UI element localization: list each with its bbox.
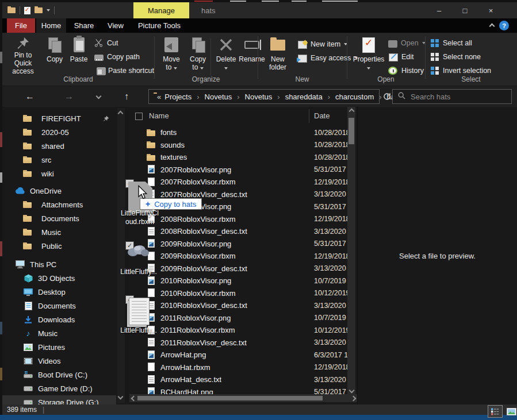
chevron-down-icon[interactable] [47,9,50,11]
file-row[interactable]: 2009RobloxVisor.png 5/31/2017 7 [129,238,349,251]
file-row[interactable]: 2011RobloxVisor_desc.txt 3/13/2020 8 [129,337,349,349]
tab-home[interactable]: Home [36,18,66,33]
select-all-checkbox[interactable] [135,113,143,120]
sidebar-item-desktop[interactable]: Desktop [2,285,116,299]
tab-picture-tools[interactable]: Picture Tools [131,18,187,33]
scroll-down-icon[interactable] [118,394,124,400]
sidebar-item-this-pc[interactable]: This PC [2,257,116,271]
folder-icon[interactable] [35,7,43,13]
sidebar-item-game-drive[interactable]: Game Drive (D:) [2,382,116,395]
new-folder-button[interactable]: New folder [262,34,293,75]
properties-shortcut-icon[interactable] [24,7,30,14]
file-row[interactable]: 2008RobloxVisor_desc.txt 3/13/2020 8 [129,225,349,238]
move-to-button[interactable]: Move to [159,34,184,75]
breadcrumb-segment[interactable]: charcustom [335,93,374,101]
large-icons-view-button[interactable] [504,405,517,418]
scroll-down-icon[interactable] [349,387,354,393]
breadcrumb[interactable]: « Projects › Novetus › Novetus › sharedd… [148,89,380,104]
edit-button[interactable]: Edit [388,51,414,63]
pin-to-quick-access-button[interactable]: Pin to Quick access [5,34,41,75]
select-all-button[interactable]: Select all [430,37,472,49]
paste-button[interactable]: Paste [67,34,91,75]
sidebar-item-music-pc[interactable]: ♪ Music [2,326,116,340]
breadcrumb-segment[interactable]: Novetus [205,93,232,101]
cut-button[interactable]: Cut [94,37,118,49]
scrollbar-thumb[interactable] [349,118,354,144]
file-row[interactable]: 2010RobloxVisor_desc.txt 3/13/2020 8 [129,299,349,312]
details-view-button[interactable] [488,405,503,418]
history-button[interactable]: History [388,65,424,76]
scrollbar-thumb[interactable] [137,396,323,400]
file-row[interactable]: BCHardHat.png 5/31/2017 7 [129,386,349,395]
sidebar-item-pictures[interactable]: Pictures [2,340,116,354]
copy-button[interactable]: Copy [44,34,66,75]
file-row[interactable]: 2010RobloxVisor.rbxm 10/12/2019 [129,287,349,300]
file-row[interactable]: 2007RobloxVisor.rbxm 12/19/2018 [129,176,349,188]
easy-access-button[interactable]: Easy access [297,52,358,64]
search-input[interactable] [411,93,506,101]
refresh-icon[interactable] [383,93,391,103]
file-row[interactable]: ArrowHat.rbxm 12/19/2018 [129,361,349,374]
up-icon[interactable]: ↑ [124,86,129,107]
breadcrumb-segment[interactable]: shareddata [285,93,323,101]
back-icon[interactable]: ← [25,86,35,107]
open-button[interactable]: Open [388,37,426,49]
column-separator[interactable] [309,109,309,123]
sidebar-item-3d-objects[interactable]: 3D Objects [2,271,116,285]
invert-selection-button[interactable]: Invert selection [430,65,491,76]
collapse-ribbon-icon[interactable] [489,24,495,29]
sidebar-scrollbar[interactable] [117,108,125,403]
copy-path-button[interactable]: Copy path [94,51,140,63]
file-row[interactable]: 2007RobloxVisor.png 5/31/2017 7 [129,164,349,176]
column-header-name[interactable]: Name [149,111,169,120]
minimize-button[interactable]: – [426,2,452,18]
tab-file[interactable]: File [7,18,35,33]
folder-icon[interactable] [7,7,16,13]
properties-button[interactable]: Properties [352,34,385,75]
breadcrumb-segment[interactable]: Novetus [245,93,273,101]
sidebar-item-attachments[interactable]: Attachments [2,198,116,211]
file-row[interactable]: ArrowHat_desc.txt 3/13/2020 8 [129,373,349,386]
file-list-horizontal-scrollbar[interactable] [129,394,357,402]
sidebar-item-2020-05[interactable]: 2020-05 [2,125,116,139]
forward-icon[interactable]: → [64,86,74,107]
paste-shortcut-button[interactable]: Paste shortcut [94,65,154,76]
close-button[interactable]: × [478,2,504,18]
search-box[interactable] [392,89,512,104]
manage-contextual-tab[interactable]: Manage [133,2,189,18]
file-row[interactable]: fonts 10/28/2018 [129,126,349,139]
select-none-button[interactable]: Select none [430,51,481,63]
sidebar-item-shared[interactable]: shared [2,139,116,153]
scroll-right-icon[interactable] [350,395,356,401]
file-row[interactable]: ArrowHat.png 6/3/2017 11 [129,349,349,361]
scroll-up-icon[interactable] [118,111,124,117]
column-header-date[interactable]: Date [314,111,330,120]
copy-to-button[interactable]: Copy to [185,34,210,75]
scroll-up-icon[interactable] [349,108,354,114]
tab-share[interactable]: Share [68,18,100,33]
file-list-vertical-scrollbar[interactable] [347,107,355,394]
sidebar-item-downloads[interactable]: Downloads [2,313,116,326]
sidebar-item-src[interactable]: src [2,153,116,167]
help-icon[interactable]: ? [499,21,509,30]
delete-button[interactable]: Delete [213,34,239,75]
tab-view[interactable]: View [101,18,131,33]
new-item-button[interactable]: New item [297,38,347,50]
sidebar-item-onedrive[interactable]: OneDrive [2,184,116,198]
sidebar-item-public[interactable]: Public [2,239,116,253]
scroll-left-icon[interactable] [131,395,136,401]
sidebar-item-documents-pc[interactable]: Documents [2,299,116,313]
file-row[interactable]: sounds 10/28/2018 [129,139,349,152]
maximize-button[interactable]: □ [452,2,478,18]
file-row[interactable]: textures 10/28/2018 [129,151,349,164]
file-row[interactable]: 2010RobloxVisor.png 10/7/2019 3 [129,275,349,287]
file-row[interactable]: 2011RobloxVisor.png 10/7/2019 3 [129,312,349,325]
breadcrumb-overflow[interactable]: « [157,93,161,101]
sidebar-item-firefight[interactable]: FIREFIGHT [2,111,116,125]
breadcrumb-segment[interactable]: Projects [164,93,192,101]
sidebar-item-wiki[interactable]: wiki [2,167,116,180]
sidebar-item-boot-drive[interactable]: Boot Drive (C:) [2,368,116,382]
recent-locations-chevron-icon[interactable] [96,94,102,99]
sidebar-item-music[interactable]: Music [2,225,116,239]
sidebar-item-videos[interactable]: Videos [2,354,116,368]
